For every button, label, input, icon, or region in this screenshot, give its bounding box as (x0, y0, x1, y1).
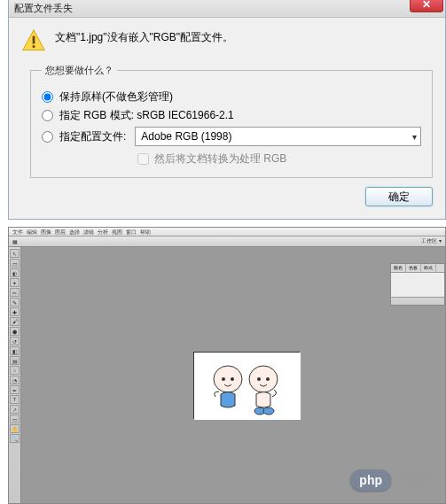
heal-tool-icon[interactable]: ✚ (10, 307, 20, 316)
dodge-tool-icon[interactable]: ◔ (10, 376, 20, 384)
convert-checkbox-row[interactable]: 然后将文档转换为处理 RGB (137, 151, 421, 167)
workspace-switcher[interactable]: 工作区 ▾ (421, 237, 442, 245)
radio-profile[interactable] (42, 131, 53, 143)
history-tool-icon[interactable]: ↺ (10, 337, 20, 345)
crop-tool-icon[interactable]: ✂ (10, 288, 20, 297)
option-assign-profile[interactable]: 指定配置文件: Adobe RGB (1998) ▾ (42, 127, 421, 146)
close-icon: ✕ (422, 0, 431, 11)
options-group: 您想要做什么？ 保持原样(不做色彩管理) 指定 RGB 模式: sRGB IEC… (30, 64, 433, 178)
svg-point-4 (214, 366, 242, 392)
wand-tool-icon[interactable]: ✦ (10, 278, 20, 287)
menu-item[interactable]: 滤镜 (83, 229, 94, 235)
convert-checkbox[interactable] (137, 153, 149, 165)
watermark-text: 中文网 (393, 472, 433, 488)
svg-point-8 (257, 377, 261, 381)
path-tool-icon[interactable]: ↗ (10, 405, 20, 414)
svg-point-11 (263, 407, 274, 415)
svg-point-9 (266, 377, 270, 381)
stamp-tool-icon[interactable]: ⬢ (10, 327, 20, 336)
radio-keep[interactable] (42, 91, 53, 103)
canvas-area[interactable] (21, 247, 445, 503)
option-label: 指定配置文件: (59, 129, 126, 144)
menu-item[interactable]: 窗口 (126, 229, 137, 235)
gradient-tool-icon[interactable]: ▤ (10, 356, 20, 365)
shape-tool-icon[interactable]: ▭ (10, 415, 20, 423)
panel-tab[interactable]: 颜色 (391, 264, 406, 272)
panel-body[interactable] (391, 273, 444, 298)
menu-item[interactable]: 文件 (12, 229, 23, 235)
dialog-body: 文档"1.jpg"没有嵌入"RGB"配置文件。 您想要做什么？ 保持原样(不做色… (9, 18, 445, 219)
missing-profile-dialog: 配置文件丢失 ✕ 文档"1.jpg"没有嵌入"RGB"配置文件。 您想要做什么？… (8, 0, 446, 220)
marquee-tool-icon[interactable]: ▭ (10, 259, 20, 268)
lasso-tool-icon[interactable]: ◐ (10, 268, 20, 277)
cartoon-image (194, 353, 301, 420)
side-panels[interactable]: 颜色 色板 样式 (390, 263, 445, 306)
options-bar[interactable]: ▦ 工作区 ▾ (9, 236, 445, 247)
panel-tab[interactable]: 色板 (406, 264, 421, 272)
menu-item[interactable]: 图层 (55, 229, 66, 235)
menu-item[interactable]: 图像 (41, 229, 51, 235)
svg-rect-1 (33, 36, 35, 44)
type-tool-icon[interactable]: T (10, 395, 20, 404)
menu-item[interactable]: 帮助 (140, 229, 151, 235)
menu-item[interactable]: 编辑 (27, 229, 37, 235)
message-row: 文档"1.jpg"没有嵌入"RGB"配置文件。 (21, 27, 433, 53)
ok-button[interactable]: 确定 (365, 187, 433, 206)
menu-item[interactable]: 分析 (98, 229, 108, 235)
panel-tabs[interactable]: 颜色 色板 样式 (391, 264, 444, 273)
option-keep-as-is[interactable]: 保持原样(不做色彩管理) (42, 89, 421, 105)
warning-icon (21, 28, 46, 53)
pen-tool-icon[interactable]: ✒ (10, 385, 20, 394)
convert-label: 然后将文档转换为处理 RGB (154, 151, 286, 167)
photoshop-window: 文件 编辑 图像 图层 选择 滤镜 分析 视图 窗口 帮助 ▦ 工作区 ▾ ↖ … (8, 227, 446, 504)
panel-tab[interactable]: 样式 (421, 264, 436, 272)
svg-rect-3 (194, 353, 301, 420)
move-tool-icon[interactable]: ↖ (10, 249, 20, 258)
tools-panel[interactable]: ↖ ▭ ◐ ✦ ✂ ✎ ✚ 🖌 ⬢ ↺ ◧ ▤ ○ ◔ ✒ T ↗ ▭ ✋ 🔍 (9, 247, 21, 503)
dialog-message: 文档"1.jpg"没有嵌入"RGB"配置文件。 (55, 27, 233, 45)
svg-point-6 (231, 377, 234, 381)
eraser-tool-icon[interactable]: ◧ (10, 346, 20, 355)
button-row: 确定 (21, 178, 433, 206)
watermark: php 中文网 (350, 469, 433, 491)
option-label: 指定 RGB 模式: sRGB IEC61966-2.1 (59, 108, 234, 123)
brush-tool-icon[interactable]: 🖌 (10, 317, 20, 326)
opt-swatch[interactable]: ▦ (12, 238, 18, 244)
profile-selected-value: Adobe RGB (1998) (141, 130, 231, 143)
option-label: 保持原样(不做色彩管理) (59, 89, 173, 105)
svg-point-5 (222, 377, 225, 381)
zoom-tool-icon[interactable]: 🔍 (10, 434, 20, 443)
profile-select[interactable]: Adobe RGB (1998) ▾ (135, 127, 421, 146)
main-area: ↖ ▭ ◐ ✦ ✂ ✎ ✚ 🖌 ⬢ ↺ ◧ ▤ ○ ◔ ✒ T ↗ ▭ ✋ 🔍 (9, 247, 445, 503)
hand-tool-icon[interactable]: ✋ (10, 424, 20, 433)
svg-point-7 (249, 366, 278, 392)
radio-working[interactable] (42, 110, 53, 121)
dialog-title: 配置文件丢失 (9, 2, 73, 15)
watermark-badge: php (350, 469, 391, 491)
blur-tool-icon[interactable]: ○ (10, 366, 20, 375)
menu-bar[interactable]: 文件 编辑 图像 图层 选择 滤镜 分析 视图 窗口 帮助 (9, 228, 445, 236)
chevron-down-icon: ▾ (412, 132, 417, 142)
document-image[interactable] (193, 352, 300, 419)
menu-item[interactable]: 选择 (69, 229, 80, 235)
dialog-titlebar[interactable]: 配置文件丢失 ✕ (9, 0, 445, 18)
close-button[interactable]: ✕ (410, 0, 443, 12)
group-legend: 您想要做什么？ (42, 64, 117, 77)
option-assign-working[interactable]: 指定 RGB 模式: sRGB IEC61966-2.1 (42, 108, 421, 123)
menu-item[interactable]: 视图 (112, 229, 122, 235)
svg-rect-2 (33, 45, 35, 48)
eyedropper-tool-icon[interactable]: ✎ (10, 298, 20, 306)
